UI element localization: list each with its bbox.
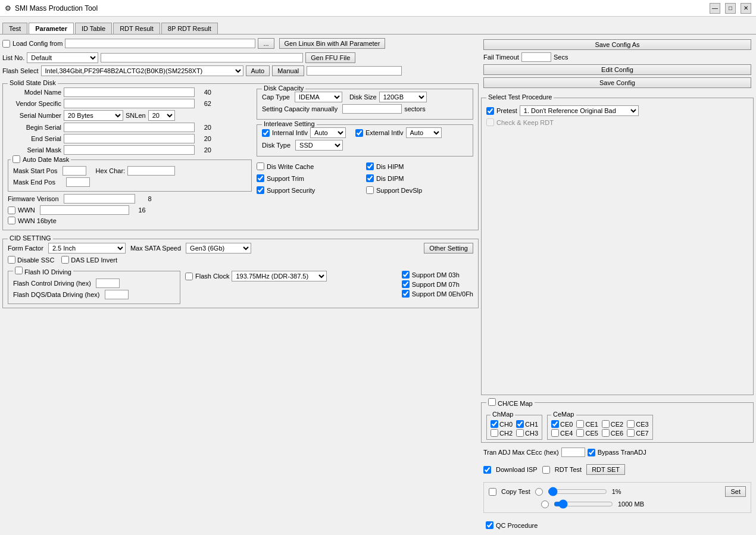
- rdt-test-checkbox[interactable]: [542, 466, 550, 474]
- snlen-select[interactable]: 20: [148, 110, 175, 121]
- save-config-button[interactable]: Save Config: [483, 77, 751, 88]
- set-button[interactable]: Set: [725, 486, 746, 497]
- tab-rdt-result[interactable]: RDT Result: [113, 23, 160, 34]
- copy-pct-slider[interactable]: [548, 487, 607, 496]
- serial-mask-input[interactable]: AA################: [64, 145, 195, 155]
- bypass-tran-adj-checkbox[interactable]: [588, 449, 595, 456]
- internal-intlv-select[interactable]: Auto: [310, 127, 346, 138]
- chce-map-checkbox[interactable]: [488, 398, 496, 406]
- ce0-checkbox[interactable]: [551, 420, 559, 428]
- das-led-row: DAS LED Invert: [61, 256, 117, 264]
- load-config-checkbox[interactable]: [2, 40, 10, 48]
- flash-control-input[interactable]: 99: [96, 279, 120, 288]
- auto-button[interactable]: Auto: [246, 65, 270, 76]
- tran-adj-input[interactable]: 0: [561, 448, 585, 457]
- list-no-select[interactable]: Default: [27, 52, 98, 63]
- copy-mb-slider[interactable]: [554, 499, 613, 509]
- config-row: Load Config from ... Gen Linux Bin with …: [2, 37, 479, 50]
- disk-type-select[interactable]: SSD: [295, 140, 343, 151]
- download-isp-checkbox[interactable]: [483, 466, 491, 474]
- dis-dipm-checkbox[interactable]: [366, 174, 374, 182]
- dm03h-checkbox[interactable]: [402, 271, 410, 279]
- ce-map-grid: CE0 CE1 CE2 CE3: [551, 420, 649, 437]
- manual-button[interactable]: Manual: [272, 65, 304, 76]
- fail-timeout-input[interactable]: 600: [521, 52, 551, 62]
- ch0-checkbox[interactable]: [491, 420, 498, 428]
- load-config-path[interactable]: [65, 39, 255, 48]
- flash-io-checkbox[interactable]: [15, 267, 23, 274]
- external-intlv-checkbox[interactable]: [355, 129, 363, 137]
- edit-config-button[interactable]: Edit Config: [483, 64, 751, 75]
- ce6-checkbox[interactable]: [602, 429, 610, 437]
- max-sata-select[interactable]: Gen3 (6Gb): [186, 243, 251, 254]
- gen-ffu-button[interactable]: Gen FFU File: [305, 52, 355, 63]
- restore-button[interactable]: □: [725, 3, 736, 14]
- dm07h-checkbox[interactable]: [402, 280, 410, 288]
- tab-test[interactable]: Test: [2, 23, 27, 34]
- hex-char-input[interactable]: [127, 166, 175, 176]
- flash-dqs-input[interactable]: 99: [105, 290, 129, 299]
- ch2-checkbox[interactable]: [491, 429, 498, 437]
- check-keep-rdt-checkbox[interactable]: [486, 118, 494, 126]
- copy-pct-radio[interactable]: [535, 488, 543, 496]
- disk-size-label: Disk Size: [349, 93, 377, 101]
- external-intlv-select[interactable]: Auto: [406, 127, 442, 138]
- tab-parameter[interactable]: Parameter: [29, 23, 74, 34]
- tab-8p-rdt-result[interactable]: 8P RDT Result: [161, 23, 218, 34]
- save-config-as-button[interactable]: Save Config As: [483, 39, 751, 50]
- tab-id-table[interactable]: ID Table: [75, 23, 112, 34]
- support-devslp-checkbox[interactable]: [366, 186, 374, 194]
- copy-mb-radio[interactable]: [541, 500, 549, 508]
- firmware-ver-input[interactable]: [64, 194, 135, 204]
- dis-write-cache-checkbox[interactable]: [257, 162, 264, 170]
- cap-type-select[interactable]: IDEMA: [295, 92, 342, 102]
- ce7-checkbox[interactable]: [627, 429, 635, 437]
- dis-hipm-checkbox[interactable]: [366, 162, 374, 170]
- qc-row: QC Procedure: [483, 519, 751, 531]
- mask-start-pos-row: Mask Start Pos 4 Hex Char:: [13, 166, 246, 176]
- flash-select-dropdown[interactable]: Intel,384Gbit,PF29F48B2ALCTG2(B0KB)(SM22…: [41, 65, 243, 76]
- serial-number-select[interactable]: 20 Bytes: [64, 110, 123, 121]
- mask-end-pos-input[interactable]: 7: [66, 177, 90, 187]
- begin-serial-input[interactable]: AA00000000000000408: [64, 123, 195, 132]
- wwn-input[interactable]: [40, 205, 129, 215]
- vendor-specific-input[interactable]: SMI 2258XT PROJECT: [64, 99, 195, 108]
- wwn16-checkbox[interactable]: [8, 217, 15, 224]
- flash-clock-checkbox[interactable]: [185, 273, 193, 280]
- ce3-checkbox[interactable]: [627, 420, 635, 428]
- close-button[interactable]: ✕: [741, 3, 751, 14]
- wwn-checkbox[interactable]: [8, 207, 15, 214]
- end-serial-input[interactable]: AA999999999999999999: [64, 134, 195, 143]
- ce4-checkbox[interactable]: [551, 429, 559, 437]
- ce2-checkbox[interactable]: [602, 420, 610, 428]
- support-security-checkbox[interactable]: [257, 186, 264, 194]
- support-security-row: Support Security: [257, 186, 364, 194]
- ce1-checkbox[interactable]: [576, 420, 584, 428]
- other-setting-button[interactable]: Other Setting: [424, 243, 473, 254]
- dm0eh-checkbox[interactable]: [402, 290, 410, 298]
- copy-test-checkbox[interactable]: [489, 488, 496, 496]
- browse-button[interactable]: ...: [258, 38, 274, 49]
- bypass-tran-adj-label: Bypass TranADJ: [598, 449, 646, 456]
- flash-clock-select[interactable]: 193.75MHz (DDR-387.5): [232, 271, 327, 281]
- ch3-checkbox[interactable]: [516, 429, 524, 437]
- pretest-select[interactable]: 1. Don't Reference Original Bad: [520, 105, 639, 116]
- ce5-checkbox[interactable]: [576, 429, 584, 437]
- rdt-set-button[interactable]: RDT SET: [586, 464, 625, 475]
- form-factor-select[interactable]: 2.5 Inch: [48, 243, 126, 254]
- setting-cap-input[interactable]: 700000000: [342, 104, 402, 114]
- support-trim-checkbox[interactable]: [257, 174, 264, 182]
- auto-date-mask-checkbox[interactable]: [13, 155, 20, 163]
- disable-ssc-checkbox[interactable]: [8, 256, 15, 264]
- minimize-button[interactable]: —: [710, 3, 720, 14]
- qc-checkbox[interactable]: [486, 521, 493, 529]
- disk-size-select[interactable]: 120GB: [379, 92, 427, 102]
- ch1-checkbox[interactable]: [516, 420, 524, 428]
- internal-intlv-checkbox[interactable]: [262, 129, 270, 137]
- model-name-input[interactable]: IM3D L06B B0KB: [64, 87, 195, 97]
- mask-start-pos-input[interactable]: 4: [63, 166, 86, 176]
- gen-linux-bin-button[interactable]: Gen Linux Bin with All Parameter: [279, 38, 386, 49]
- das-led-checkbox[interactable]: [61, 256, 69, 264]
- pretest-checkbox[interactable]: [486, 107, 494, 115]
- serial-mask-label: Serial Mask: [8, 146, 61, 154]
